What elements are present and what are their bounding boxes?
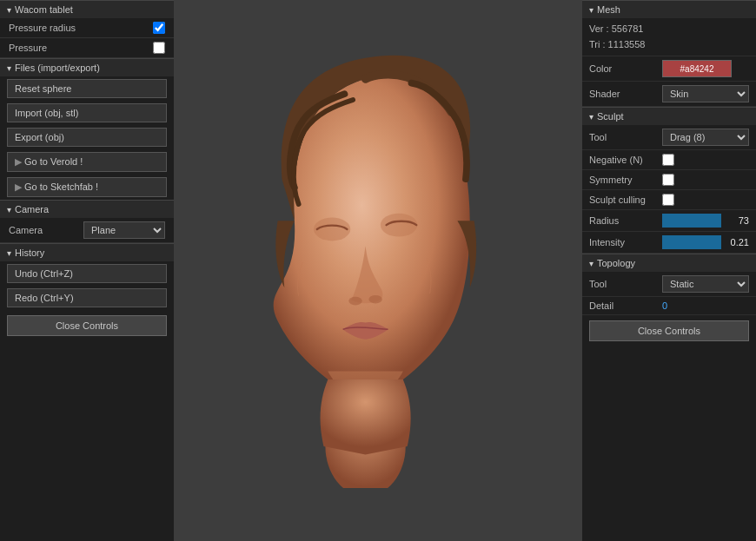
detail-value: 0: [662, 300, 667, 311]
wacom-tablet-header[interactable]: Wacom tablet: [0, 0, 174, 18]
topology-label: Topology: [597, 258, 635, 268]
negative-label: Negative (N): [589, 155, 659, 165]
export-button[interactable]: Export (obj): [7, 128, 167, 147]
svg-point-4: [368, 294, 381, 303]
pressure-label: Pressure: [9, 43, 148, 53]
detail-label: Detail: [589, 300, 659, 311]
sculpt-label: Sculpt: [597, 111, 624, 122]
left-panel: Wacom tablet Pressure radius Pressure Fi…: [0, 0, 174, 541]
sculpt-header[interactable]: Sculpt: [582, 107, 756, 125]
undo-button[interactable]: Undo (Ctrl+Z): [7, 264, 167, 283]
undo-row: Undo (Ctrl+Z): [0, 261, 174, 286]
detail-row: Detail 0: [582, 297, 756, 315]
sculpt-culling-row: Sculpt culling: [582, 190, 756, 210]
import-row: Import (obj, stl): [0, 101, 174, 125]
pressure-radius-checkbox[interactable]: [153, 22, 165, 34]
pressure-checkbox[interactable]: [153, 42, 165, 54]
symmetry-label: Symmetry: [589, 175, 659, 185]
import-button[interactable]: Import (obj, stl): [7, 103, 167, 122]
files-label: Files (import/export): [15, 63, 100, 73]
camera-select[interactable]: Plane Perspective Orthographic: [83, 221, 165, 239]
camera-label: Camera: [9, 225, 78, 235]
history-header[interactable]: History: [0, 243, 174, 261]
intensity-label: Intensity: [589, 237, 659, 247]
right-close-controls-button[interactable]: Close Controls: [589, 320, 749, 341]
redo-row: Redo (Ctrl+Y): [0, 286, 174, 310]
history-label: History: [15, 247, 44, 258]
tool-select[interactable]: Drag (8) Smooth (7) Inflate (9) Flatten …: [662, 129, 749, 146]
ver-text: Ver : 556781: [589, 22, 749, 37]
sculpt-culling-label: Sculpt culling: [589, 195, 659, 205]
topology-tool-label: Tool: [589, 279, 659, 289]
color-swatch[interactable]: #a84242: [662, 60, 732, 77]
radius-label: Radius: [589, 215, 659, 226]
head-model-container: [174, 0, 582, 541]
left-close-controls-button[interactable]: Close Controls: [7, 315, 167, 336]
camera-header[interactable]: Camera: [0, 200, 174, 218]
pressure-radius-label: Pressure radius: [9, 23, 148, 33]
topology-header[interactable]: Topology: [582, 254, 756, 272]
color-hex-text: #a84242: [680, 64, 714, 74]
svg-point-1: [314, 217, 350, 241]
go-to-verold-button[interactable]: ▶ Go to Verold !: [7, 152, 167, 172]
go-to-sketchfab-row: ▶ Go to Sketchfab !: [0, 175, 174, 200]
redo-button[interactable]: Redo (Ctrl+Y): [7, 288, 167, 307]
negative-row: Negative (N): [582, 150, 756, 170]
camera-section-label: Camera: [15, 204, 49, 214]
color-row: Color #a84242: [582, 56, 756, 82]
tri-text: Tri : 1113558: [589, 37, 749, 53]
intensity-slider[interactable]: [662, 235, 721, 249]
wacom-tablet-label: Wacom tablet: [15, 4, 73, 15]
tool-label: Tool: [589, 132, 659, 142]
shader-row: Shader Skin Matcap Flat: [582, 82, 756, 107]
shader-select[interactable]: Skin Matcap Flat: [662, 85, 749, 102]
go-to-verold-row: ▶ Go to Verold !: [0, 149, 174, 175]
intensity-row: Intensity 0.21: [582, 232, 756, 254]
topology-tool-row: Tool Static Dynamic Manual: [582, 272, 756, 297]
mesh-header[interactable]: Mesh: [582, 0, 756, 18]
intensity-slider-container: 0.21: [662, 235, 749, 249]
mesh-info: Ver : 556781 Tri : 1113558: [582, 18, 756, 56]
camera-row: Camera Plane Perspective Orthographic: [0, 218, 174, 243]
color-label: Color: [589, 63, 659, 74]
head-model-svg: [239, 54, 517, 488]
viewport[interactable]: [174, 0, 582, 541]
pressure-radius-row: Pressure radius: [0, 18, 174, 38]
shader-label: Shader: [589, 89, 659, 99]
mesh-label: Mesh: [597, 4, 620, 15]
svg-point-3: [348, 296, 361, 305]
files-header[interactable]: Files (import/export): [0, 58, 174, 76]
reset-sphere-button[interactable]: Reset sphere: [7, 79, 167, 98]
export-row: Export (obj): [0, 125, 174, 149]
go-to-sketchfab-button[interactable]: ▶ Go to Sketchfab !: [7, 177, 167, 197]
radius-slider-container: 73: [662, 214, 749, 228]
negative-checkbox[interactable]: [662, 154, 674, 166]
symmetry-checkbox[interactable]: [662, 174, 674, 186]
symmetry-row: Symmetry: [582, 170, 756, 190]
topology-tool-select[interactable]: Static Dynamic Manual: [662, 275, 749, 293]
pressure-row: Pressure: [0, 38, 174, 58]
tool-row: Tool Drag (8) Smooth (7) Inflate (9) Fla…: [582, 125, 756, 150]
radius-slider[interactable]: [662, 214, 721, 228]
radius-row: Radius 73: [582, 210, 756, 232]
sculpt-culling-checkbox[interactable]: [662, 194, 674, 206]
reset-sphere-row: Reset sphere: [0, 76, 174, 101]
radius-value: 73: [725, 215, 749, 226]
intensity-value: 0.21: [725, 237, 749, 247]
right-panel: Mesh Ver : 556781 Tri : 1113558 Color #a…: [582, 0, 756, 541]
